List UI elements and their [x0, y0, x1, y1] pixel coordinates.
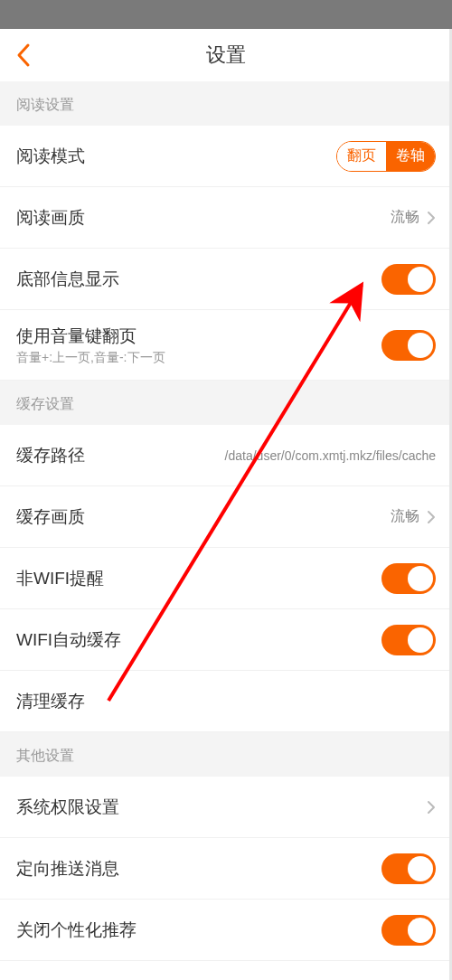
row-cache-quality[interactable]: 缓存画质 流畅 — [0, 486, 452, 548]
header: 设置 — [0, 29, 452, 81]
row-label: 定向推送消息 — [16, 857, 119, 881]
seg-page-flip[interactable]: 翻页 — [337, 142, 386, 171]
row-clear-cache[interactable]: 清理缓存 — [0, 671, 452, 732]
status-bar — [0, 0, 452, 29]
row-push: 定向推送消息 — [0, 838, 452, 900]
row-label: WIFI自动缓存 — [16, 628, 121, 652]
row-cache-path[interactable]: 缓存路径 /data/user/0/com.xmtj.mkz/files/cac… — [0, 425, 452, 486]
row-value: 流畅 — [391, 208, 419, 227]
section-header-other: 其他设置 — [0, 732, 452, 777]
chevron-right-icon — [427, 211, 436, 225]
toggle-push[interactable] — [381, 853, 436, 884]
row-label: 非WIFI提醒 — [16, 567, 104, 590]
reading-mode-segmented[interactable]: 翻页 卷轴 — [336, 141, 436, 172]
row-label: 关闭个性化推荐 — [16, 919, 137, 942]
seg-scroll[interactable]: 卷轴 — [386, 142, 435, 171]
row-label: 底部信息显示 — [16, 268, 119, 291]
row-wifi-auto: WIFI自动缓存 — [0, 609, 452, 671]
row-reading-quality[interactable]: 阅读画质 流畅 — [0, 187, 452, 249]
row-reading-mode: 阅读模式 翻页 卷轴 — [0, 126, 452, 187]
section-header-reading: 阅读设置 — [0, 81, 452, 126]
row-label: 阅读画质 — [16, 206, 85, 230]
toggle-bottom-info[interactable] — [381, 264, 436, 295]
row-label: 清理缓存 — [16, 690, 85, 713]
toggle-volume-keys[interactable] — [381, 330, 436, 361]
page-title: 设置 — [206, 42, 246, 69]
row-label: 系统权限设置 — [16, 796, 119, 819]
row-value: /data/user/0/com.xmtj.mkz/files/cache — [225, 448, 436, 463]
row-sublabel: 音量+:上一页,音量-:下一页 — [16, 350, 165, 366]
row-label: 缓存路径 — [16, 444, 85, 467]
row-label: 阅读模式 — [16, 145, 85, 168]
row-wifi-remind: 非WIFI提醒 — [0, 548, 452, 609]
row-permissions[interactable]: 系统权限设置 — [0, 777, 452, 838]
row-volume-keys: 使用音量键翻页 音量+:上一页,音量-:下一页 — [0, 310, 452, 381]
back-button[interactable] — [13, 44, 34, 66]
row-label: 缓存画质 — [16, 505, 85, 529]
row-value: 流畅 — [391, 507, 419, 526]
chevron-right-icon — [427, 510, 436, 524]
back-icon — [15, 42, 32, 68]
row-update[interactable]: 检查更新 — [0, 961, 452, 980]
toggle-wifi-remind[interactable] — [381, 563, 436, 594]
row-label: 使用音量键翻页 — [16, 325, 165, 348]
toggle-wifi-auto[interactable] — [381, 625, 436, 655]
chevron-right-icon — [427, 800, 436, 815]
row-personalization: 关闭个性化推荐 — [0, 900, 452, 961]
toggle-personalization[interactable] — [381, 915, 436, 946]
row-bottom-info: 底部信息显示 — [0, 249, 452, 310]
section-header-cache: 缓存设置 — [0, 381, 452, 425]
